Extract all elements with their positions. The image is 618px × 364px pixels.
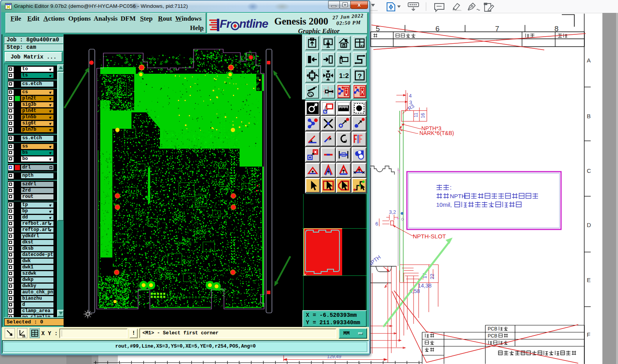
svg-text:4: 4 bbox=[343, 153, 344, 156]
svg-text:22: 22 bbox=[429, 274, 435, 279]
svg-text:14,38: 14,38 bbox=[418, 282, 432, 289]
svg-text:NARK*6(T&B): NARK*6(T&B) bbox=[419, 130, 454, 136]
svg-text:XY: XY bbox=[360, 44, 365, 48]
svg-text:10mil,: 10mil, bbox=[436, 201, 452, 208]
svg-text:PCB: PCB bbox=[488, 333, 497, 339]
svg-text:A: A bbox=[587, 57, 591, 64]
svg-text:C: C bbox=[587, 167, 591, 174]
svg-text:4: 4 bbox=[409, 93, 412, 99]
svg-text:B: B bbox=[587, 113, 591, 119]
svg-text:ok: ok bbox=[22, 335, 25, 338]
svg-text::: : bbox=[450, 184, 451, 191]
svg-text:11: 11 bbox=[413, 112, 419, 117]
svg-text:NPTH-SLOT: NPTH-SLOT bbox=[413, 233, 446, 240]
svg-text:?: ? bbox=[357, 72, 362, 80]
svg-text:D: D bbox=[587, 222, 591, 228]
svg-text:3,2: 3,2 bbox=[389, 209, 396, 215]
svg-text:6: 6 bbox=[375, 221, 378, 227]
svg-text:F: F bbox=[587, 331, 590, 338]
svg-text:NPTH: NPTH bbox=[450, 193, 466, 199]
svg-text:E: E bbox=[587, 277, 591, 283]
svg-text:1:2: 1:2 bbox=[339, 72, 349, 80]
svg-text:PCB: PCB bbox=[488, 326, 497, 332]
svg-text:16: 16 bbox=[420, 113, 426, 118]
